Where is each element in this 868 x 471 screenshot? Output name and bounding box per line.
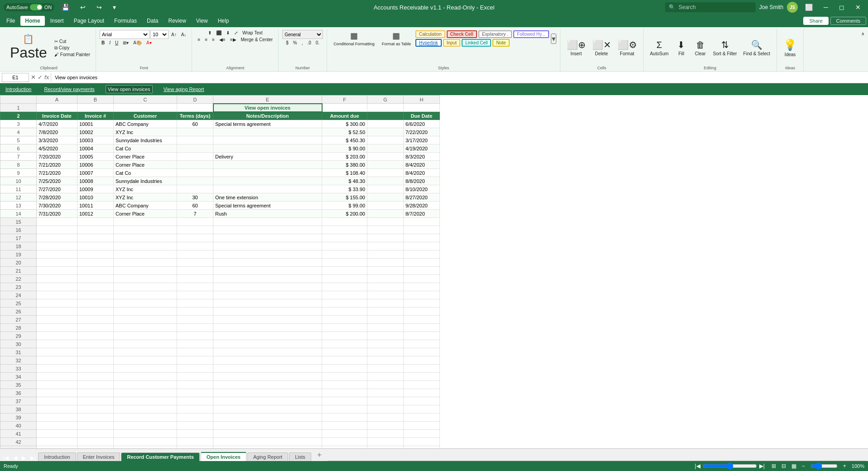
decrease-decimal-button[interactable]: 0. (314, 40, 321, 46)
cell-4-2[interactable]: XYZ Inc (114, 128, 177, 136)
empty-cell-29-5[interactable] (322, 332, 367, 340)
cell-11-1[interactable]: 10009 (77, 185, 114, 193)
row-header-10[interactable]: 10 (0, 177, 37, 185)
format-button[interactable]: ⬜⚙ Format (615, 38, 640, 57)
nav-open-invoices[interactable]: View open invoices (106, 85, 153, 93)
cell-6-0[interactable]: 4/5/2020 (37, 144, 77, 153)
cell-4-5[interactable]: $ 52.50 (322, 128, 367, 136)
header-cell-4[interactable]: Notes/Description (213, 112, 322, 120)
empty-cell-42-3[interactable] (177, 438, 213, 446)
empty-cell-33-2[interactable] (114, 365, 177, 373)
empty-cell-43-2[interactable] (114, 446, 177, 449)
empty-cell-24-0[interactable] (37, 291, 77, 299)
row-header-16[interactable]: 16 (0, 226, 37, 234)
empty-cell-33-0[interactable] (37, 365, 77, 373)
empty-cell-35-7[interactable] (404, 381, 440, 389)
empty-cell-20-1[interactable] (77, 259, 114, 267)
empty-cell-40-6[interactable] (367, 422, 404, 430)
empty-cell-28-2[interactable] (114, 324, 177, 332)
copy-button[interactable]: ⧉ Copy (53, 45, 92, 51)
find-select-button[interactable]: 🔍 Find & Select (741, 38, 773, 57)
menu-help[interactable]: Help (213, 16, 234, 26)
col-A-header[interactable]: A (37, 96, 77, 104)
empty-cell-34-5[interactable] (322, 373, 367, 381)
empty-cell-17-2[interactable] (114, 234, 177, 242)
menu-insert[interactable]: Insert (46, 16, 68, 26)
cell-7-2[interactable]: Corner Place (114, 153, 177, 161)
empty-cell-26-7[interactable] (404, 308, 440, 316)
menu-file[interactable]: File (2, 16, 19, 26)
empty-cell-42-2[interactable] (114, 438, 177, 446)
row-header-23[interactable]: 23 (0, 283, 37, 291)
empty-cell-15-6[interactable] (367, 218, 404, 226)
empty-cell-35-6[interactable] (367, 381, 404, 389)
empty-cell-17-5[interactable] (322, 234, 367, 242)
empty-cell-23-5[interactable] (322, 283, 367, 291)
cell-7-4[interactable]: Delivery (213, 153, 322, 161)
header-cell-6[interactable] (367, 112, 404, 120)
empty-cell-29-0[interactable] (37, 332, 77, 340)
cell-13-2[interactable]: ABC Company (114, 202, 177, 210)
empty-cell-27-3[interactable] (177, 316, 213, 324)
autosave-toggle[interactable]: AutoSave ON (4, 3, 54, 11)
linked-cell-style[interactable]: Linked Cell (462, 39, 491, 47)
cell-9-6[interactable] (367, 169, 404, 177)
underline-button[interactable]: U (113, 40, 120, 46)
empty-cell-30-5[interactable] (322, 340, 367, 348)
empty-cell-38-1[interactable] (77, 405, 114, 413)
format-as-table-button[interactable]: ▦ Format as Table (379, 30, 414, 47)
cell-6-7[interactable]: 4/19/2020 (404, 144, 440, 153)
col-F-header[interactable]: F (322, 96, 367, 104)
empty-cell-31-0[interactable] (37, 348, 77, 356)
cell-4-0[interactable]: 7/8/2020 (37, 128, 77, 136)
row-header-3[interactable]: 3 (0, 120, 37, 128)
empty-cell-42-4[interactable] (213, 438, 322, 446)
empty-cell-33-5[interactable] (322, 365, 367, 373)
align-right-button[interactable]: ≡ (210, 37, 217, 43)
empty-cell-32-3[interactable] (177, 356, 213, 365)
empty-cell-17-7[interactable] (404, 234, 440, 242)
empty-cell-27-1[interactable] (77, 316, 114, 324)
cell-10-0[interactable]: 7/25/2020 (37, 177, 77, 185)
empty-cell-36-6[interactable] (367, 389, 404, 397)
row-header-4[interactable]: 4 (0, 128, 37, 136)
cell-13-3[interactable]: 60 (177, 202, 213, 210)
empty-cell-19-3[interactable] (177, 250, 213, 259)
empty-cell-38-3[interactable] (177, 405, 213, 413)
empty-cell-38-4[interactable] (213, 405, 322, 413)
empty-cell-21-6[interactable] (367, 267, 404, 275)
cell-C1[interactable] (114, 104, 177, 112)
scroll-right-end[interactable]: ▶| (758, 463, 766, 469)
menu-data[interactable]: Data (142, 16, 163, 26)
empty-cell-27-5[interactable] (322, 316, 367, 324)
row-header-5[interactable]: 5 (0, 136, 37, 144)
empty-cell-37-3[interactable] (177, 397, 213, 405)
empty-cell-24-5[interactable] (322, 291, 367, 299)
row-header-21[interactable]: 21 (0, 267, 37, 275)
comments-button[interactable]: Comments (830, 17, 866, 25)
empty-cell-28-0[interactable] (37, 324, 77, 332)
empty-cell-41-2[interactable] (114, 430, 177, 438)
empty-cell-31-7[interactable] (404, 348, 440, 356)
font-name-select[interactable]: Arial (100, 30, 149, 39)
empty-cell-23-4[interactable] (213, 283, 322, 291)
empty-cell-23-3[interactable] (177, 283, 213, 291)
empty-cell-30-0[interactable] (37, 340, 77, 348)
customize-qat-button[interactable]: ▾ (109, 3, 120, 12)
bold-button[interactable]: B (100, 40, 106, 46)
empty-cell-24-3[interactable] (177, 291, 213, 299)
empty-cell-31-5[interactable] (322, 348, 367, 356)
row-header-20[interactable]: 20 (0, 259, 37, 267)
empty-cell-32-4[interactable] (213, 356, 322, 365)
conditional-formatting-button[interactable]: ▦ Conditional Formatting (331, 30, 377, 47)
empty-cell-33-4[interactable] (213, 365, 322, 373)
align-bottom-button[interactable]: ⬇ (224, 30, 231, 36)
empty-cell-15-1[interactable] (77, 218, 114, 226)
add-sheet-button[interactable]: ＋ (312, 449, 327, 461)
empty-cell-15-4[interactable] (213, 218, 322, 226)
paste-button[interactable]: 📋 Paste (5, 34, 52, 62)
cell-13-6[interactable] (367, 202, 404, 210)
empty-cell-31-6[interactable] (367, 348, 404, 356)
empty-cell-32-7[interactable] (404, 356, 440, 365)
tab-scroll-right[interactable]: ▶ (20, 455, 27, 461)
